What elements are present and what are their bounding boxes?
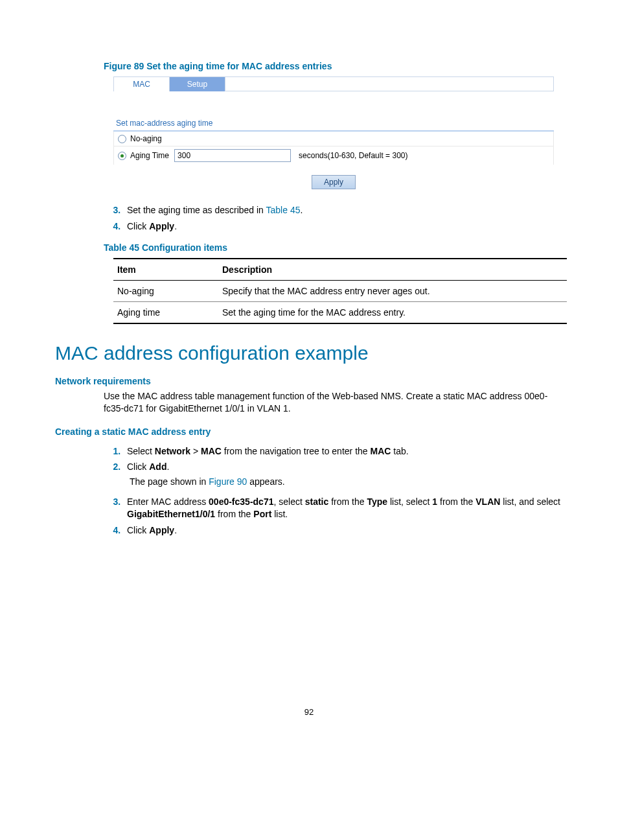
t: 00e0-fc35-dc71: [209, 496, 273, 507]
t: , select: [273, 496, 304, 507]
input-agingtime[interactable]: [174, 149, 291, 162]
t: tab.: [391, 446, 408, 456]
label-agingtime: Aging Time: [130, 151, 169, 160]
t: appears.: [247, 476, 284, 487]
t: MAC: [201, 446, 222, 456]
bstep-4: Click Apply.: [123, 522, 563, 539]
t: Select: [127, 446, 155, 456]
t: from the: [437, 496, 475, 507]
ui-screenshot: MAC Setup Set mac-address aging time No-…: [113, 76, 554, 189]
tabbar-spacer: [225, 77, 553, 91]
step-4: Click Apply.: [123, 218, 563, 235]
t: list, select: [387, 496, 432, 507]
form: No-aging Aging Time seconds(10-630, Defa…: [113, 132, 554, 165]
t: list.: [271, 509, 288, 519]
label-noaging: No-aging: [130, 134, 162, 143]
link-figure90[interactable]: Figure 90: [209, 476, 247, 487]
t: GigabitEthernet1/0/1: [127, 509, 215, 519]
cell-desc: Set the aging time for the MAC address e…: [218, 301, 567, 323]
hint-agingtime: seconds(10-630, Default = 300): [299, 151, 407, 160]
t: Add: [149, 461, 166, 472]
step-3: Set the aging time as described in Table…: [123, 202, 563, 218]
t: 1: [432, 496, 437, 507]
t: VLAN: [475, 496, 500, 507]
t: Click: [127, 461, 149, 472]
bstep-1: Select Network > MAC from the navigation…: [123, 443, 563, 460]
heading-network-requirements: Network requirements: [55, 376, 563, 386]
t: .: [166, 461, 169, 472]
t: >: [190, 446, 201, 456]
t: Click: [127, 525, 149, 535]
tab-bar: MAC Setup: [113, 76, 554, 91]
t: Network: [155, 446, 190, 456]
t: list, and select: [500, 496, 560, 507]
heading-create-static: Creating a static MAC address entry: [55, 426, 563, 437]
section-title: Set mac-address aging time: [113, 117, 554, 132]
page-number: 92: [55, 707, 563, 717]
t: Apply: [149, 525, 174, 535]
step4-text-a: Click: [127, 221, 149, 231]
t: .: [174, 525, 177, 535]
steps-block-b: Select Network > MAC from the navigation…: [104, 443, 563, 539]
t: The page shown in: [130, 476, 209, 487]
table-row: No-aging Specify that the MAC address en…: [113, 280, 567, 301]
link-table45[interactable]: Table 45: [266, 205, 301, 215]
table-row: Aging time Set the aging time for the MA…: [113, 301, 567, 323]
cell-item: No-aging: [113, 280, 218, 301]
bstep-3: Enter MAC address 00e0-fc35-dc71, select…: [123, 494, 563, 522]
th-item: Item: [113, 259, 218, 281]
t: from the navigation tree to enter the: [222, 446, 371, 456]
row-agingtime: Aging Time seconds(10-630, Default = 300…: [114, 146, 553, 165]
t: Type: [367, 496, 387, 507]
radio-agingtime[interactable]: [118, 152, 126, 160]
t: MAC: [370, 446, 391, 456]
step3-text-a: Set the aging time as described in: [127, 205, 266, 215]
t: static: [305, 496, 329, 507]
step4-text-b: .: [174, 221, 177, 231]
h1-title: MAC address configuration example: [55, 342, 563, 364]
step4-apply: Apply: [149, 221, 174, 231]
bstep-2: Click Add. The page shown in Figure 90 a…: [123, 459, 563, 494]
t: from the: [328, 496, 367, 507]
th-desc: Description: [218, 259, 567, 281]
table45-caption: Table 45 Configuration items: [104, 242, 563, 253]
tab-mac[interactable]: MAC: [114, 77, 170, 91]
t: Enter MAC address: [127, 496, 209, 507]
t: from the: [215, 509, 253, 519]
cell-desc: Specify that the MAC address entry never…: [218, 280, 567, 301]
tab-setup[interactable]: Setup: [170, 77, 225, 91]
cell-item: Aging time: [113, 301, 218, 323]
table45: Item Description No-aging Specify that t…: [113, 258, 567, 324]
figure-caption: Figure 89 Set the aging time for MAC add…: [104, 61, 563, 71]
t: Port: [253, 509, 271, 519]
steps-block-a: Set the aging time as described in Table…: [104, 202, 563, 235]
radio-noaging[interactable]: [118, 135, 126, 143]
para-network-requirements: Use the MAC address table management fun…: [104, 390, 563, 415]
apply-button[interactable]: Apply: [312, 175, 356, 189]
step3-text-b: .: [300, 205, 303, 215]
row-noaging: No-aging: [114, 132, 553, 146]
